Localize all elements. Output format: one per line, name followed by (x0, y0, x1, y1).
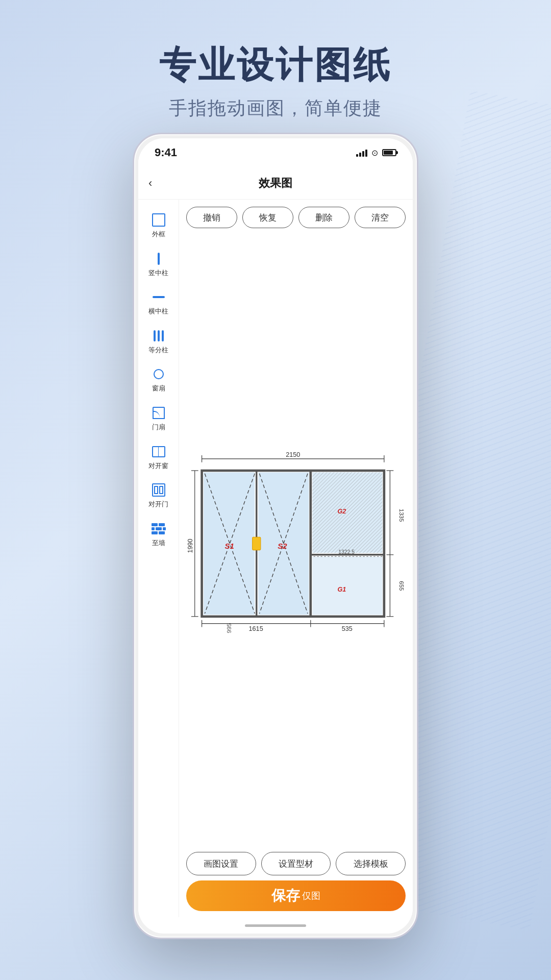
double-window-icon (151, 444, 167, 460)
select-template-button[interactable]: 选择模板 (336, 852, 406, 875)
svg-text:S2: S2 (278, 542, 287, 550)
clear-button[interactable]: 清空 (355, 207, 406, 228)
status-bar: 9:41 ⊙ (138, 138, 413, 167)
toolbar: 撤销 恢复 删除 清空 (179, 200, 413, 233)
svg-rect-15 (312, 472, 382, 553)
wall-icon (151, 521, 167, 537)
sidebar-item-window-sash[interactable]: 窗扇 (138, 362, 179, 397)
sidebar: 外框 竖中柱 横中柱 (138, 200, 179, 917)
save-button[interactable]: 保存 仅图 (186, 880, 406, 911)
double-door-icon (151, 482, 167, 498)
draw-settings-button[interactable]: 画图设置 (186, 852, 256, 875)
save-button-small-text: 仅图 (302, 890, 320, 902)
redo-button[interactable]: 恢复 (242, 207, 293, 228)
sidebar-item-double-door[interactable]: 对开门 (138, 478, 179, 512)
horiz-pillar-label: 横中柱 (148, 307, 168, 315)
sidebar-item-wall[interactable]: 至墙 (138, 517, 179, 551)
nav-bar: ‹ 效果图 (138, 167, 413, 200)
svg-text:S1: S1 (225, 542, 234, 550)
status-icons: ⊙ (356, 148, 396, 158)
horiz-pillar-icon (151, 289, 167, 305)
page-title: 专业设计图纸 (0, 41, 551, 90)
outer-frame-label: 外框 (152, 230, 165, 238)
sidebar-item-equal-pillars[interactable]: 等分柱 (138, 324, 179, 358)
battery-icon (382, 149, 396, 156)
svg-text:G2: G2 (337, 508, 346, 515)
dim-bottom-right: 535 (342, 625, 353, 632)
dim-top: 2150 (286, 451, 300, 458)
dim-left: 1990 (187, 538, 194, 553)
dim-right-mid: 1322.5 (338, 549, 355, 555)
save-button-bold-text: 保存 (271, 886, 300, 905)
undo-button[interactable]: 撤销 (186, 207, 237, 228)
status-time: 9:41 (155, 146, 177, 159)
sidebar-item-double-window[interactable]: 对开窗 (138, 439, 179, 474)
canvas-area[interactable]: 2150 1990 (179, 233, 413, 847)
wall-label: 至墙 (152, 539, 165, 547)
window-svg: 2150 1990 (184, 238, 408, 842)
window-sash-label: 窗扇 (152, 384, 165, 393)
svg-rect-20 (253, 537, 261, 550)
vert-pillar-label: 竖中柱 (148, 269, 168, 277)
dim-right-top: 1335 (398, 509, 405, 522)
home-bar (245, 924, 306, 927)
sidebar-item-vert-pillar[interactable]: 竖中柱 (138, 247, 179, 281)
sidebar-item-door-sash[interactable]: 门扇 (138, 401, 179, 435)
home-indicator (138, 917, 413, 934)
vert-pillar-icon (151, 251, 167, 267)
door-sash-label: 门扇 (152, 423, 165, 431)
signal-icon (356, 149, 367, 157)
set-material-button[interactable]: 设置型材 (261, 852, 331, 875)
door-sash-icon (151, 405, 167, 421)
bottom-toolbar: 画图设置 设置型材 选择模板 (179, 847, 413, 880)
phone-mockup: 9:41 ⊙ ‹ 效果图 (133, 133, 418, 939)
double-window-label: 对开窗 (148, 462, 168, 470)
equal-pillars-icon (151, 328, 167, 344)
dim-bottom-left: 1615 (249, 625, 263, 632)
back-button[interactable]: ‹ (148, 177, 152, 190)
dim-995: 995 (226, 623, 232, 633)
dim-right-bottom: 655 (398, 581, 405, 591)
page-subtitle: 手指拖动画图，简单便捷 (0, 96, 551, 121)
window-sash-icon (151, 366, 167, 382)
svg-rect-13 (312, 556, 382, 615)
svg-text:G1: G1 (337, 586, 346, 593)
sidebar-item-horiz-pillar[interactable]: 横中柱 (138, 285, 179, 320)
delete-button[interactable]: 删除 (298, 207, 349, 228)
nav-title: 效果图 (259, 176, 292, 191)
equal-pillars-label: 等分柱 (148, 346, 168, 354)
sidebar-item-outer-frame[interactable]: 外框 (138, 208, 179, 242)
double-door-label: 对开门 (148, 500, 168, 508)
wifi-icon: ⊙ (371, 148, 378, 158)
outer-frame-icon (151, 212, 167, 228)
